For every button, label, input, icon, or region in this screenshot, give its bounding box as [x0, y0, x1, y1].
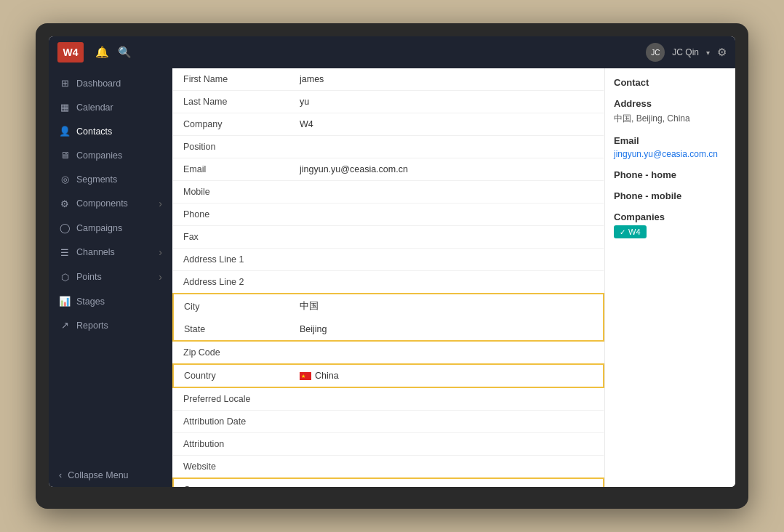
segments-icon: ◎	[59, 174, 71, 185]
table-row: Phone	[173, 203, 604, 226]
table-row: Mobile	[173, 181, 604, 203]
table-row: First Name james	[173, 68, 604, 91]
table-row: Zip Code	[173, 341, 604, 364]
sidebar-item-campaigns[interactable]: ◯ Campaigns	[49, 216, 172, 240]
field-value: jingyun.yu@ceasia.com.cn	[289, 158, 604, 181]
sidebar-item-segments[interactable]: ◎ Segments	[49, 167, 172, 191]
field-label: Position	[173, 136, 289, 158]
table-row: Preferred Locale	[173, 387, 604, 411]
field-label: Website	[173, 456, 289, 479]
table-row: Email jingyun.yu@ceasia.com.cn	[173, 158, 604, 181]
field-value: ★ China	[289, 364, 604, 387]
table-row-city: City 中国	[173, 294, 604, 318]
email-label: Email	[614, 135, 727, 146]
table-row: Attribution	[173, 433, 604, 456]
user-name: JC Qin	[672, 47, 699, 57]
address-value: 中国, Beijing, China	[614, 112, 727, 125]
field-label: Company	[173, 113, 289, 136]
table-row: Fax	[173, 226, 604, 249]
phone-home-section: Phone - home	[614, 169, 727, 180]
field-value	[289, 181, 604, 203]
sidebar-item-stages[interactable]: 📊 Stages	[49, 289, 172, 313]
sidebar: ⊞ Dashboard ▦ Calendar 👤 Contacts 🖥 Comp…	[49, 68, 172, 487]
sidebar-item-reports[interactable]: ↗ Reports	[49, 313, 172, 337]
table-row: Address Line 1	[173, 249, 604, 271]
address-section: Address 中国, Beijing, China	[614, 98, 727, 125]
field-label: Last Name	[173, 91, 289, 113]
field-value: james	[289, 68, 604, 91]
companies-icon: 🖥	[59, 150, 71, 161]
field-label: Attribution	[173, 433, 289, 456]
field-label: Address Line 1	[173, 249, 289, 271]
content-area: First Name james Last Name yu Company W4	[172, 68, 735, 487]
field-value	[289, 249, 604, 271]
field-label: City	[173, 294, 289, 318]
field-label: Address Line 2	[173, 271, 289, 294]
contacts-icon: 👤	[59, 126, 71, 137]
china-flag: ★	[300, 372, 311, 380]
field-value	[289, 433, 604, 456]
form-panel: First Name james Last Name yu Company W4	[172, 68, 604, 487]
sidebar-item-components[interactable]: ⚙ Components	[49, 191, 172, 216]
phone-home-label: Phone - home	[614, 169, 727, 180]
topbar-right: JC JC Qin ▾ ⚙	[646, 43, 727, 62]
sidebar-item-dashboard[interactable]: ⊞ Dashboard	[49, 71, 172, 95]
field-label: Sex	[173, 478, 289, 487]
stages-icon: 📊	[59, 296, 71, 307]
field-label: Email	[173, 158, 289, 181]
field-value	[289, 456, 604, 479]
bell-icon[interactable]: 🔔	[95, 46, 109, 59]
field-label: Phone	[173, 203, 289, 226]
collapse-label: Collapse Menu	[68, 470, 128, 480]
field-value	[289, 136, 604, 158]
sidebar-label-points: Points	[76, 272, 102, 282]
sidebar-label-dashboard: Dashboard	[76, 78, 121, 89]
table-row: Company W4	[173, 113, 604, 136]
table-row: Attribution Date	[173, 411, 604, 433]
field-value	[289, 387, 604, 411]
logo: W4	[57, 42, 84, 63]
email-section: Email jingyun.yu@ceasia.com.cn	[614, 135, 727, 159]
companies-label: Companies	[614, 211, 727, 222]
topbar: W4 🔔 🔍 JC JC Qin ▾ ⚙	[49, 36, 735, 68]
phone-mobile-label: Phone - mobile	[614, 190, 727, 201]
table-row-sex: Sex man	[173, 478, 604, 487]
sidebar-item-calendar[interactable]: ▦ Calendar	[49, 95, 172, 119]
sidebar-item-companies[interactable]: 🖥 Companies	[49, 143, 172, 167]
email-value[interactable]: jingyun.yu@ceasia.com.cn	[614, 149, 727, 159]
components-icon: ⚙	[59, 198, 71, 209]
field-value	[289, 341, 604, 364]
field-value	[289, 203, 604, 226]
sidebar-item-channels[interactable]: ☰ Channels	[49, 240, 172, 265]
sidebar-label-segments: Segments	[76, 174, 117, 185]
company-tag[interactable]: W4	[614, 225, 647, 238]
field-label: Mobile	[173, 181, 289, 203]
sidebar-label-components: Components	[76, 198, 128, 209]
field-value	[289, 271, 604, 294]
address-label: Address	[614, 98, 727, 109]
sidebar-item-contacts[interactable]: 👤 Contacts	[49, 119, 172, 143]
field-value	[289, 411, 604, 433]
right-panel: Contact Address 中国, Beijing, China Email…	[604, 68, 735, 487]
sidebar-item-points[interactable]: ⬡ Points	[49, 265, 172, 289]
field-label: First Name	[173, 68, 289, 91]
sidebar-label-contacts: Contacts	[76, 126, 112, 137]
field-label: Zip Code	[173, 341, 289, 364]
search-icon[interactable]: 🔍	[118, 46, 132, 59]
companies-section: Companies W4	[614, 211, 727, 238]
field-value	[289, 226, 604, 249]
avatar: JC	[646, 43, 665, 62]
sidebar-label-stages: Stages	[76, 297, 105, 307]
sidebar-label-channels: Channels	[76, 247, 115, 257]
field-label: State	[173, 318, 289, 341]
field-value: W4	[289, 113, 604, 136]
table-row-state: State Beijing	[173, 318, 604, 341]
gear-icon[interactable]: ⚙	[717, 46, 727, 59]
main-layout: ⊞ Dashboard ▦ Calendar 👤 Contacts 🖥 Comp…	[49, 68, 735, 487]
phone-mobile-section: Phone - mobile	[614, 190, 727, 201]
field-value: 中国	[289, 294, 604, 318]
calendar-icon: ▦	[59, 102, 71, 113]
field-label: Preferred Locale	[173, 387, 289, 411]
field-label: Fax	[173, 226, 289, 249]
sidebar-collapse[interactable]: ‹ Collapse Menu	[49, 464, 172, 487]
